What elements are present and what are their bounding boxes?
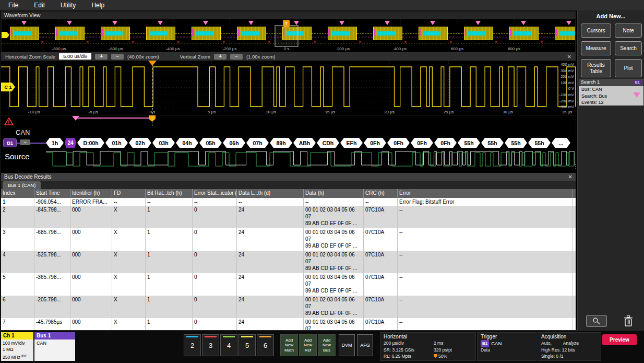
- v-zoom-minus-button[interactable]: –: [230, 54, 243, 60]
- trigger-title: Trigger: [481, 334, 533, 339]
- table-cell: 07C10A: [364, 273, 398, 296]
- column-header[interactable]: Identifier (h): [70, 189, 112, 198]
- zoom-close-icon[interactable]: ✕: [567, 54, 571, 60]
- column-header[interactable]: Data L...th (d): [237, 189, 304, 198]
- svg-text:-100 mV: -100 mV: [559, 92, 574, 97]
- table-cell: 07C10A: [364, 318, 398, 330]
- search1-events-line: Events: 12: [581, 99, 641, 106]
- h-zoom-plus-button[interactable]: +: [95, 54, 108, 60]
- column-header[interactable]: CRC (h): [364, 189, 398, 198]
- table-row[interactable]: 4-525.798...000X102400 01 02 03 04 05 06…: [1, 251, 576, 273]
- svg-text:-5 µs: -5 µs: [89, 110, 98, 114]
- afg-button[interactable]: AFG: [357, 334, 373, 356]
- bus-decoded-value: 55h: [458, 138, 480, 148]
- add-new-plot-button[interactable]: Plot: [615, 59, 642, 77]
- h-zoom-factor: (40.00x zoom): [127, 54, 159, 60]
- table-cell: 0: [193, 296, 237, 318]
- channel-5-button[interactable]: 5: [238, 334, 256, 356]
- table-cell: --: [398, 251, 573, 273]
- table-cell: --: [398, 296, 573, 318]
- svg-text:400 mV: 400 mV: [560, 62, 574, 67]
- bus-decoded-value: EFh: [340, 138, 363, 148]
- column-header[interactable]: Index: [1, 189, 34, 198]
- delete-button[interactable]: [621, 313, 636, 328]
- table-cell: 24: [237, 273, 304, 296]
- channel-4-button[interactable]: 4: [220, 334, 237, 356]
- channel-number-label: 5: [245, 342, 249, 349]
- table-row[interactable]: 3-685.798...000X102400 01 02 03 04 05 06…: [1, 228, 576, 251]
- acquisition-panel[interactable]: Acquisition Auto, Analyze High Res: 12 b…: [538, 332, 601, 361]
- waveform-view-titlebar: Waveform View: [1, 11, 576, 19]
- dvm-button[interactable]: DVM: [339, 334, 355, 356]
- table-cell: 1: [146, 273, 193, 296]
- svg-text:-10 µs: -10 µs: [28, 110, 40, 114]
- channel1-scale: 100 mV/div: [3, 340, 32, 346]
- table-cell: --: [193, 198, 237, 206]
- channel-6-button[interactable]: 6: [257, 334, 274, 356]
- search-mark-line: [76, 118, 152, 119]
- h-resolution: 320 ps/pt: [434, 347, 465, 354]
- table-cell: 6: [1, 296, 34, 318]
- channel-2-button[interactable]: 2: [184, 334, 201, 356]
- v-zoom-factor: (1.00x zoom): [246, 54, 275, 60]
- add-new-bus-button[interactable]: Add New Bus: [318, 334, 336, 356]
- menu-file[interactable]: File: [8, 2, 18, 9]
- column-header[interactable]: Start Time: [34, 189, 70, 198]
- column-header[interactable]: Data (h): [304, 189, 364, 198]
- table-cell: 000: [70, 296, 112, 318]
- results-close-icon[interactable]: ✕: [568, 174, 573, 180]
- overview-waveform-svg: -800 µs-600 µs-400 µs-200 µs0 s200 µs400…: [2, 19, 575, 52]
- table-row[interactable]: 2-845.798...000X102400 01 02 03 04 05 06…: [1, 206, 576, 228]
- column-header[interactable]: Bit Rat...tch (h): [146, 189, 193, 198]
- column-header[interactable]: Error Stat...icator (h): [193, 189, 237, 198]
- svg-text:-800 µs: -800 µs: [52, 46, 66, 51]
- h-zoom-value[interactable]: 5.00 us/div: [59, 53, 91, 60]
- column-header[interactable]: FD: [112, 189, 146, 198]
- table-row[interactable]: 6-205.798...000X102400 01 02 03 04 05 06…: [1, 296, 576, 318]
- add-new-ref-button[interactable]: Add New Ref: [299, 334, 317, 356]
- svg-text:-200 µs: -200 µs: [223, 46, 237, 51]
- waveform-overview[interactable]: -800 µs-600 µs-400 µs-200 µs0 s200 µs400…: [1, 19, 576, 52]
- add-new-note-button[interactable]: Note: [615, 24, 642, 38]
- results-table[interactable]: IndexStart TimeIdentifier (h)FDBit Rat..…: [1, 189, 576, 330]
- table-cell: 0: [193, 228, 237, 251]
- search-mark-icon: [633, 92, 640, 98]
- add-new-math-button[interactable]: Add New Math: [280, 334, 298, 356]
- menu-help[interactable]: Help: [91, 2, 104, 9]
- table-row[interactable]: 1-906.054...ERROR FRA...------------Erro…: [1, 198, 576, 206]
- table-cell: X: [112, 296, 146, 318]
- table-cell: 5: [1, 273, 34, 296]
- table-row[interactable]: 7-45.7985µs000X102400 01 02 03 04 05 06 …: [1, 318, 576, 330]
- add-new-results-table-button[interactable]: Results Table: [581, 59, 611, 77]
- table-cell: 3: [1, 228, 34, 251]
- menu-edit[interactable]: Edit: [34, 2, 45, 9]
- table-cell: 07C10A: [364, 251, 398, 273]
- trigger-position-line: [152, 115, 152, 126]
- bus1-info-badge[interactable]: Bus 1 CAN: [34, 332, 75, 361]
- zoomed-waveform[interactable]: -10 µs-5 µs0 s5 µs10 µs15 µs20 µs25 µs30…: [1, 61, 576, 115]
- horizontal-panel[interactable]: Horizontal 200 µs/div 2 ms SR: 3.125 GS/…: [380, 332, 476, 361]
- channel1-info-badge[interactable]: Ch 1 100 mV/div 1 MΩ 250 MHzBW: [1, 332, 33, 361]
- svg-text:200 mV: 200 mV: [560, 74, 574, 79]
- trigger-mode: Data: [481, 347, 533, 353]
- table-cell: X: [112, 228, 146, 251]
- svg-text:5 µs: 5 µs: [208, 110, 216, 114]
- v-zoom-plus-button[interactable]: +: [214, 54, 226, 60]
- add-new-search-button[interactable]: Search: [615, 41, 642, 55]
- h-zoom-minus-button[interactable]: –: [111, 54, 124, 60]
- column-header[interactable]: Error: [398, 189, 573, 198]
- add-new-cursors-button[interactable]: Cursors: [581, 24, 611, 38]
- bus-decoded-value: 04h: [176, 138, 198, 148]
- preview-button[interactable]: Preview: [602, 334, 637, 345]
- search1-panel[interactable]: Search 1 B1 Bus: CAN Search: Bus Events:…: [579, 79, 643, 106]
- trigger-panel[interactable]: Trigger B1 CAN Data: [477, 332, 536, 361]
- bus-collapse-button[interactable]: –: [20, 139, 30, 145]
- menu-utility[interactable]: Utility: [61, 2, 76, 9]
- add-new-measure-button[interactable]: Measure: [581, 41, 611, 55]
- channel-3-button[interactable]: 3: [202, 334, 219, 356]
- table-row[interactable]: 5-365.798...000X102400 01 02 03 04 05 06…: [1, 273, 576, 296]
- table-cell: 0: [193, 273, 237, 296]
- zoom-tool-button[interactable]: [586, 315, 607, 327]
- bus1-badge[interactable]: B1: [3, 138, 17, 147]
- tab-bus1-can[interactable]: Bus 1 (CAN): [3, 181, 41, 189]
